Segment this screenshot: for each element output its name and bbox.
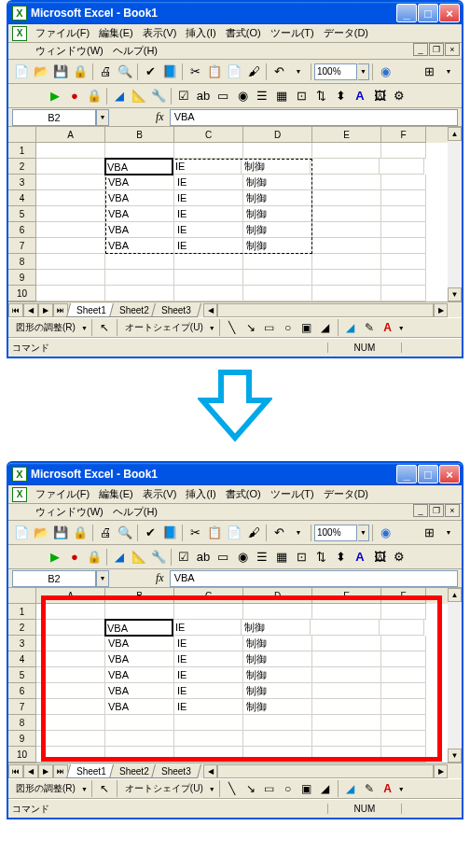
cell[interactable]: 制御	[243, 667, 312, 683]
copy-icon[interactable]: 📋	[205, 63, 224, 81]
doc-restore-button[interactable]: ❐	[429, 504, 444, 517]
menu-data[interactable]: データ(D)	[319, 485, 373, 503]
format-painter-icon[interactable]: 🖌	[244, 524, 263, 542]
cell[interactable]: 制御	[243, 175, 312, 190]
formula-bar[interactable]: VBA	[170, 570, 458, 587]
more-icon[interactable]: ⚙	[390, 87, 408, 105]
cell[interactable]	[380, 159, 424, 175]
cell[interactable]	[312, 238, 381, 254]
help-icon[interactable]: ◉	[376, 524, 394, 542]
cell[interactable]	[312, 175, 381, 190]
toggle-icon[interactable]: ⊡	[292, 87, 311, 105]
cell[interactable]: 制御	[243, 190, 312, 206]
cell[interactable]	[105, 270, 174, 286]
design-icon[interactable]: 📐	[130, 87, 148, 105]
menu-window[interactable]: ウィンドウ(W)	[31, 42, 108, 60]
menu-tools[interactable]: ツール(T)	[266, 485, 319, 503]
cell[interactable]	[381, 254, 426, 270]
permission-icon[interactable]: 🔒	[71, 63, 90, 81]
cell[interactable]	[312, 270, 381, 286]
paste-icon[interactable]: 📄	[225, 63, 243, 81]
cell[interactable]: VBA	[105, 175, 174, 190]
sheet-nav-first[interactable]: ⏮	[8, 303, 23, 317]
scroll-left-button[interactable]: ◀	[203, 303, 217, 317]
col-header-d[interactable]: D	[243, 588, 312, 604]
menu-help[interactable]: ヘルプ(H)	[108, 503, 162, 521]
sheet-nav-next[interactable]: ▶	[38, 764, 53, 778]
cell[interactable]	[243, 143, 312, 159]
cell[interactable]	[243, 286, 312, 301]
paste-icon[interactable]: 📄	[225, 524, 243, 542]
cell[interactable]: 制御	[243, 206, 312, 222]
cell[interactable]	[311, 159, 380, 175]
menu-help[interactable]: ヘルプ(H)	[108, 42, 162, 60]
combobox-icon[interactable]: ▦	[272, 548, 291, 567]
cell[interactable]	[381, 190, 426, 206]
cell[interactable]	[36, 238, 105, 254]
cell[interactable]: 制御	[243, 222, 312, 238]
scrollbar-icon[interactable]: ⬍	[331, 87, 350, 105]
cell[interactable]: VBA	[105, 222, 174, 238]
menu-view[interactable]: 表示(V)	[138, 485, 182, 503]
cell[interactable]	[312, 667, 381, 683]
cell[interactable]	[36, 286, 105, 301]
menu-edit[interactable]: 編集(E)	[94, 485, 138, 503]
cell[interactable]	[174, 286, 243, 301]
listbox-icon[interactable]: ☰	[253, 87, 271, 105]
cell[interactable]	[381, 683, 426, 699]
cell[interactable]	[243, 604, 312, 620]
cell[interactable]	[174, 731, 243, 747]
menu-file[interactable]: ファイル(F)	[31, 24, 94, 42]
cell[interactable]: IE	[174, 651, 243, 667]
new-icon[interactable]: 📄	[12, 524, 31, 542]
toolbar-options-icon[interactable]: ▼	[439, 63, 458, 81]
cell[interactable]	[36, 683, 105, 699]
spellcheck-icon[interactable]: ✔	[141, 524, 159, 542]
checkbox-icon[interactable]: ☑	[174, 87, 193, 105]
rectangle-icon[interactable]: ▭	[261, 319, 278, 336]
document-icon[interactable]: X	[12, 26, 27, 41]
cell[interactable]: 制御	[243, 651, 312, 667]
sheet-nav-prev[interactable]: ◀	[23, 303, 38, 317]
cell[interactable]	[174, 254, 243, 270]
cell[interactable]	[105, 715, 174, 731]
cell[interactable]	[381, 143, 426, 159]
redo-icon[interactable]: ▼	[289, 524, 308, 542]
record-icon[interactable]: ●	[65, 87, 84, 105]
select-objects-icon[interactable]: ↖	[96, 780, 113, 797]
cell[interactable]	[243, 715, 312, 731]
cell[interactable]: IE	[174, 667, 243, 683]
cell[interactable]	[312, 190, 381, 206]
new-icon[interactable]: 📄	[12, 63, 31, 81]
cell[interactable]: 制御	[243, 683, 312, 699]
cell[interactable]	[174, 715, 243, 731]
zoom-box[interactable]: 100%	[314, 63, 357, 80]
wordart-icon[interactable]: ◢	[317, 780, 334, 797]
security-icon[interactable]: 🔒	[85, 87, 104, 105]
cell[interactable]	[311, 620, 380, 636]
cell[interactable]: VBA	[105, 238, 174, 254]
menu-tools[interactable]: ツール(T)	[266, 24, 319, 42]
cell[interactable]	[312, 636, 381, 651]
cell[interactable]: VBA	[105, 699, 174, 715]
menu-format[interactable]: 書式(O)	[221, 24, 266, 42]
row-header[interactable]: 1	[8, 143, 36, 159]
col-header-a[interactable]: A	[36, 127, 105, 143]
run-icon[interactable]: ▶	[46, 548, 64, 567]
oval-icon[interactable]: ○	[280, 319, 297, 336]
cell[interactable]: VBA	[104, 158, 173, 175]
row-header[interactable]: 5	[8, 667, 36, 683]
cell[interactable]	[174, 270, 243, 286]
security-icon[interactable]: 🔒	[85, 548, 104, 567]
cell[interactable]: VBA	[105, 636, 174, 651]
preview-icon[interactable]: 🔍	[116, 63, 134, 81]
cell[interactable]	[36, 667, 105, 683]
col-header-b[interactable]: B	[105, 127, 174, 143]
row-header[interactable]: 3	[8, 175, 36, 190]
sheet-tab-3[interactable]: Sheet3	[151, 303, 201, 317]
combobox-icon[interactable]: ▦	[272, 87, 291, 105]
row-header[interactable]: 10	[8, 286, 36, 301]
arrow-icon[interactable]: ↘	[242, 319, 259, 336]
toolbox-icon[interactable]: 🔧	[149, 87, 168, 105]
textbox-icon[interactable]: ab	[194, 87, 213, 105]
